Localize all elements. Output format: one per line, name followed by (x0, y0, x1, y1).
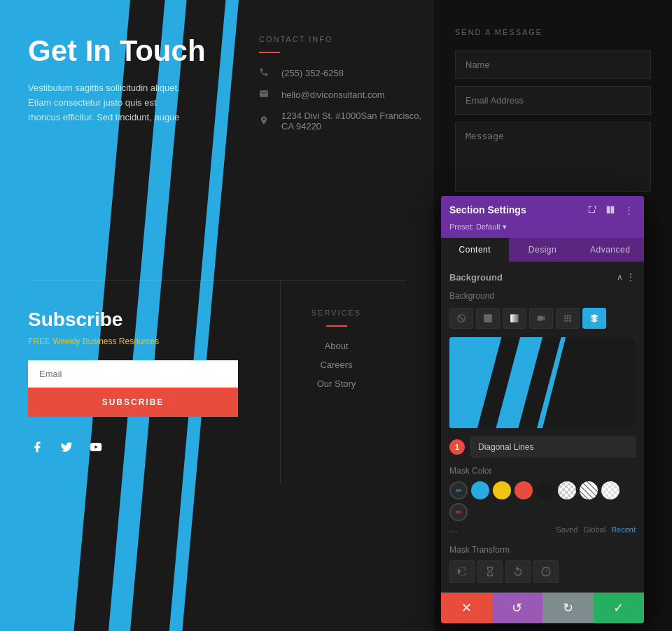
contact-email: hello@diviconsultant.com (259, 89, 434, 101)
tab-content[interactable]: Content (441, 238, 509, 262)
expand-icon[interactable] (585, 203, 599, 217)
page-title: Get In Touch (28, 35, 224, 67)
color-tabs-row: ··· Saved Global Recent (449, 525, 636, 537)
subscribe-title: Subscribe (28, 309, 252, 331)
color-tab-global[interactable]: Global (583, 525, 606, 537)
settings-header-icons: ⋮ (585, 203, 636, 217)
svg-rect-1 (510, 314, 519, 322)
subscribe-subtitle: FREE Weekly Business Resources (28, 336, 252, 346)
bg-type-color[interactable] (476, 308, 500, 329)
tab-advanced[interactable]: Advanced (576, 238, 644, 262)
mask-dropdown[interactable]: Diagonal Lines (470, 437, 636, 458)
more-icon[interactable]: ⋮ (626, 271, 636, 283)
phone-text: (255) 352-6258 (281, 68, 344, 78)
contact-address: 1234 Divi St. #1000San Francisco, CA 942… (259, 111, 434, 132)
services-divider (326, 325, 347, 327)
twitter-icon[interactable] (57, 438, 76, 456)
bg-preview-inner (449, 337, 636, 428)
transform-icons (449, 560, 636, 583)
color-tab-recent[interactable]: Recent (611, 525, 636, 537)
mask-color-label: Mask Color (449, 466, 636, 476)
step-badge: 1 (449, 439, 465, 455)
left-panel: Get In Touch Vestibulum sagittis sollici… (0, 0, 434, 631)
youtube-icon[interactable] (87, 438, 105, 456)
email-address-input[interactable] (455, 86, 651, 115)
settings-tabs: Content Design Advanced (441, 238, 644, 262)
name-input[interactable] (455, 50, 651, 79)
bg-type-video[interactable] (529, 308, 553, 329)
bg-preview (449, 337, 636, 428)
services-area: SERVICES About Careers Our Story (280, 281, 392, 484)
preset-label: Preset: Default ▾ (449, 222, 507, 231)
more-options-icon[interactable]: ⋮ (622, 203, 636, 217)
mask-dropdown-row: 1 Diagonal Lines (449, 437, 636, 458)
color-swatch-red[interactable] (514, 481, 533, 499)
collapse-icon[interactable]: ∧ (617, 272, 623, 282)
preset-row[interactable]: Preset: Default ▾ (441, 217, 644, 238)
color-swatch-edit[interactable]: ✏ (449, 481, 468, 499)
footer-cancel-button[interactable]: ✕ (441, 593, 492, 623)
subscribe-area: Subscribe FREE Weekly Business Resources… (0, 281, 280, 484)
mask-transform-label: Mask Transform (449, 545, 636, 555)
bg-sub-label: Background (449, 291, 636, 301)
color-swatch-blue[interactable] (471, 481, 489, 499)
bg-type-icons (449, 308, 636, 329)
color-swatch-black[interactable] (536, 481, 554, 499)
settings-title: Section Settings (449, 204, 526, 215)
bg-type-mask[interactable] (582, 308, 606, 329)
address-text: 1234 Divi St. #1000San Francisco, CA 942… (281, 111, 434, 132)
transform-circle[interactable] (533, 560, 559, 583)
contact-phone: (255) 352-6258 (259, 67, 434, 79)
background-section-header: Background ∧ ⋮ (449, 271, 636, 283)
footer-redo-button[interactable]: ↻ (542, 593, 594, 623)
settings-panel: Section Settings ⋮ Preset: Default ▾ Con… (441, 196, 644, 623)
facebook-icon[interactable] (28, 438, 46, 456)
tab-design[interactable]: Design (509, 238, 577, 262)
settings-header: Section Settings ⋮ (441, 196, 644, 217)
service-link-about[interactable]: About (295, 341, 378, 351)
contact-info-label: CONTACT INFO (259, 35, 434, 43)
bottom-section: Subscribe FREE Weekly Business Resources… (0, 281, 434, 484)
color-swatch-stripe[interactable] (580, 481, 598, 499)
transform-hourglass[interactable] (477, 560, 503, 583)
settings-body: Background ∧ ⋮ Background (441, 262, 644, 593)
email-icon (259, 89, 273, 101)
email-text: hello@diviconsultant.com (281, 90, 385, 100)
footer-save-button[interactable]: ✓ (594, 593, 645, 623)
svg-rect-0 (484, 314, 492, 322)
dots-button[interactable]: ··· (449, 525, 458, 537)
service-link-careers[interactable]: Careers (295, 360, 378, 370)
social-icons (28, 438, 252, 456)
columns-icon[interactable] (603, 203, 617, 217)
phone-icon (259, 67, 273, 79)
contact-info: CONTACT INFO (255) 352-6258 hello@divico… (259, 35, 434, 141)
subtitle-text: Vestibulum sagittis sollicitudin aliquet… (28, 81, 182, 125)
bg-type-pattern[interactable] (556, 308, 580, 329)
bg-type-none[interactable] (449, 308, 473, 329)
subscribe-button[interactable]: SUBSCRIBE (28, 388, 238, 417)
subscribe-email-input[interactable] (28, 360, 238, 388)
color-swatch-checkered2[interactable] (601, 481, 620, 499)
transform-flip-h[interactable] (449, 560, 475, 583)
color-swatch-checkered1[interactable] (558, 481, 576, 499)
section-controls: ∧ ⋮ (617, 271, 636, 283)
services-title: SERVICES (295, 309, 378, 317)
settings-footer: ✕ ↺ ↻ ✓ (441, 593, 644, 623)
send-message-title: SEND A MESSAGE (455, 28, 651, 36)
transform-rotate[interactable] (505, 560, 531, 583)
color-swatches: ✏ ✏ (449, 481, 636, 521)
location-icon (259, 115, 273, 127)
footer-undo-button[interactable]: ↺ (492, 593, 543, 623)
service-link-our-story[interactable]: Our Story (295, 378, 378, 389)
message-textarea[interactable] (455, 122, 651, 192)
color-swatch-yellow[interactable] (493, 481, 511, 499)
color-swatch-red-edit[interactable]: ✏ (449, 503, 468, 521)
color-tab-saved[interactable]: Saved (556, 525, 578, 537)
contact-divider (259, 52, 280, 53)
bg-type-gradient[interactable] (503, 308, 526, 329)
background-label: Background (449, 272, 503, 283)
